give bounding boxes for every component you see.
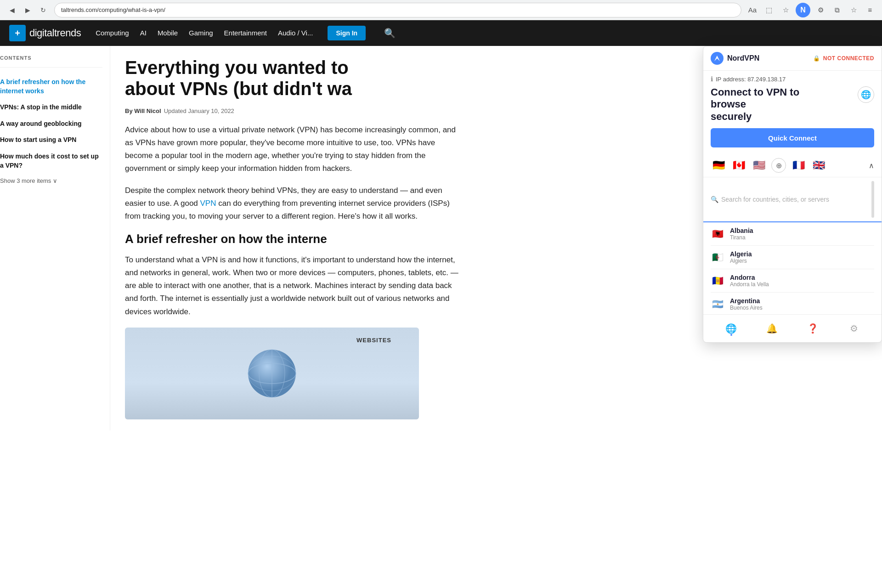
country-info-algeria: Algeria Algiers [730,250,752,264]
more-button[interactable]: ≡ [864,4,876,17]
country-city-andorra: Andorra la Vella [730,281,769,288]
nordvpn-extension-icon[interactable]: N [796,3,810,17]
info-icon: ℹ [711,75,713,83]
article-title-part2: about VPNs (but didn't wa [125,79,352,99]
popup-country-list: 🇦🇱 Albania Tirana 🇩🇿 Algeria Algiers 🇦🇩 … [703,222,882,314]
popup-footer: 🌐 🔔 ❓ ⚙ [703,314,882,342]
footer-help-button[interactable]: ❓ [804,319,822,338]
toc-item-4[interactable]: How to start using a VPN [0,132,102,148]
globe-button[interactable]: 🌐 [858,86,874,103]
search-button[interactable]: 🔍 [384,28,396,39]
logo-text: digitaltrends [29,27,81,39]
nav-link-audio[interactable]: Audio / Vi... [278,29,313,37]
article-image: WEBSITES [125,328,419,419]
toc-divider [0,67,102,68]
flag-usa[interactable]: 🇺🇸 [751,158,767,173]
scroll-indicator [871,181,874,218]
toc-link-3[interactable]: A way around geoblocking [0,119,102,129]
nav-item-computing[interactable]: Computing [96,29,129,37]
country-city-argentina: Buenos Aires [730,305,763,311]
settings-button[interactable]: ⚙ [814,4,827,17]
flag-uk[interactable]: 🇬🇧 [811,158,826,173]
flag-andorra: 🇦🇩 [711,274,724,288]
split-view-button[interactable]: ⧉ [831,4,843,17]
flag-specialty[interactable]: ⊕ [771,158,786,173]
section-paragraph-1: To understand what a VPN is and how it f… [125,254,463,318]
favorites-button[interactable]: ☆ [847,4,860,17]
site-header: + digitaltrends Computing AI Mobile Gami… [0,20,882,46]
article-title: Everything you wanted to about VPNs (but… [125,57,463,99]
country-info-argentina: Argentina Buenos Aires [730,297,763,311]
footer-globe-button[interactable]: 🌐 [722,319,741,338]
footer-settings-button[interactable]: ⚙ [845,319,863,338]
address-text: taltrends.com/computing/what-is-a-vpn/ [61,6,165,13]
reader-mode-button[interactable]: Aa [746,4,759,17]
back-button[interactable]: ◀ [6,4,18,17]
article-meta: By Will Nicol Updated January 10, 2022 [125,107,463,114]
browser-controls: ◀ ▶ ↻ [6,4,50,17]
popup-ip: ℹ IP address: 87.249.138.17 [703,71,882,85]
intro-paragraph-2: Despite the complex network theory behin… [125,184,463,223]
toc-item-5[interactable]: How much does it cost to set up a VPN? [0,148,102,174]
nav-item-gaming[interactable]: Gaming [189,29,213,37]
article-image-inner: WEBSITES [125,328,419,419]
article-author: By Will Nicol [125,107,161,114]
nav-item-mobile[interactable]: Mobile [158,29,178,37]
nav-item-audio[interactable]: Audio / Vi... [278,29,313,37]
popup-connect-section: Connect to VPN to browse securely 🌐 [703,85,882,128]
logo-icon: + [9,25,26,41]
connect-line-2: securely [711,111,752,122]
nav-link-ai[interactable]: AI [140,29,147,37]
toc-sidebar: CONTENTS A brief refresher on how the in… [0,46,110,430]
toc-link-4[interactable]: How to start using a VPN [0,136,102,145]
toc-link-5[interactable]: How much does it cost to set up a VPN? [0,152,102,170]
toc-item-3[interactable]: A way around geoblocking [0,116,102,132]
intro-paragraph-1: Advice about how to use a virtual privat… [125,124,463,175]
ip-address-text: IP address: 87.249.138.17 [716,76,786,83]
show-more-button[interactable]: Show 3 more items ∨ [0,177,102,184]
nav-link-computing[interactable]: Computing [96,29,129,37]
toc-link-1[interactable]: A brief refresher on how the internet wo… [0,78,102,96]
bookmark-button[interactable]: ☆ [779,4,792,17]
nav-link-entertainment[interactable]: Entertainment [224,29,267,37]
connect-line-1: Connect to VPN to browse [711,86,799,110]
nav-link-mobile[interactable]: Mobile [158,29,178,37]
reload-button[interactable]: ↻ [37,4,50,17]
main-nav: Computing AI Mobile Gaming Entertainment… [96,29,313,37]
nav-link-gaming[interactable]: Gaming [189,29,213,37]
forward-button[interactable]: ▶ [21,4,34,17]
toc-item-2[interactable]: VPNs: A stop in the middle [0,99,102,116]
nav-item-entertainment[interactable]: Entertainment [224,29,267,37]
country-search-input[interactable] [721,196,869,203]
quick-connect-button[interactable]: Quick Connect [711,128,874,147]
flag-germany[interactable]: 🇩🇪 [711,158,726,173]
flag-france[interactable]: 🇫🇷 [791,158,806,173]
flag-canada[interactable]: 🇨🇦 [731,158,746,173]
browser-chrome: ◀ ▶ ↻ taltrends.com/computing/what-is-a-… [0,0,882,20]
article-title-part1: Everything you wanted to [125,57,349,78]
browser-right-icons: Aa ⬚ ☆ N ⚙ ⧉ ☆ ≡ [746,3,876,17]
connection-status: NOT CONNECTED [823,55,874,62]
footer-bell-button[interactable]: 🔔 [763,319,781,338]
country-item-argentina[interactable]: 🇦🇷 Argentina Buenos Aires [703,293,882,314]
country-item-albania[interactable]: 🇦🇱 Albania Tirana [703,222,882,245]
popup-header: NordVPN 🔒 NOT CONNECTED [703,46,882,71]
address-bar[interactable]: taltrends.com/computing/what-is-a-vpn/ [54,3,741,17]
country-item-algeria[interactable]: 🇩🇿 Algeria Algiers [703,246,882,269]
toc-link-2[interactable]: VPNs: A stop in the middle [0,103,102,112]
screenshot-button[interactable]: ⬚ [763,4,775,17]
vpn-link[interactable]: VPN [200,199,216,208]
article-area: Everything you wanted to about VPNs (but… [110,46,478,430]
collapse-flags-button[interactable]: ∧ [869,161,874,170]
sign-in-button[interactable]: Sign In [328,26,366,40]
article-updated: Updated January 10, 2022 [164,107,234,114]
lock-icon: 🔒 [813,55,820,62]
toc-item-1[interactable]: A brief refresher on how the internet wo… [0,74,102,99]
flag-albania: 🇦🇱 [711,227,724,241]
nord-logo-icon [711,52,724,65]
country-item-andorra[interactable]: 🇦🇩 Andorra Andorra la Vella [703,269,882,292]
flag-algeria: 🇩🇿 [711,250,724,264]
popup-brand-name: NordVPN [727,54,759,62]
country-city-albania: Tirana [730,234,753,241]
nav-item-ai[interactable]: AI [140,29,147,37]
